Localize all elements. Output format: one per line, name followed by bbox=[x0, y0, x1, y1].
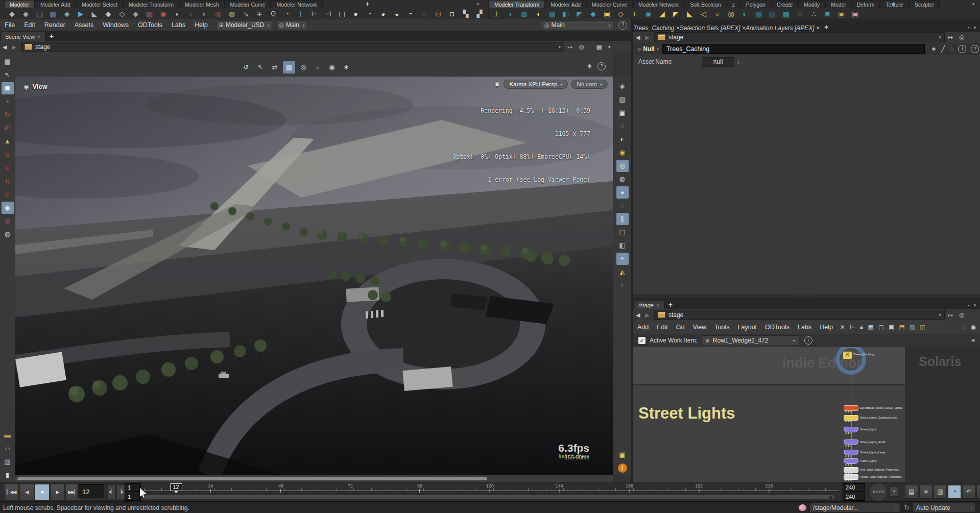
half-moon-tool-icon[interactable]: ◗ bbox=[170, 9, 184, 19]
ball-paint-tool-icon[interactable]: ◓ bbox=[404, 9, 418, 19]
grid-view-icon[interactable]: ▦ bbox=[868, 324, 873, 331]
context-path-selector[interactable]: /stage/Modular... ↕ bbox=[809, 503, 901, 512]
spinner-icon[interactable]: ↕ bbox=[302, 22, 305, 28]
shelf-tab[interactable]: z bbox=[726, 0, 740, 8]
range-slider[interactable]: ◀ bbox=[144, 495, 834, 499]
Traffic_Lights[interactable]: Traffic_Lights bbox=[844, 458, 858, 464]
network-path-field[interactable]: stage ▾ bbox=[654, 310, 945, 320]
shelf-tab[interactable]: Model bbox=[825, 0, 851, 8]
blob-tool-icon[interactable]: ◗ bbox=[504, 9, 517, 19]
shelf-tab[interactable]: Sculpter bbox=[909, 0, 940, 8]
auto-key-menu-icon[interactable]: ▾ bbox=[890, 486, 899, 497]
play-button[interactable]: ▶ bbox=[50, 484, 65, 500]
snapshot-layers-icon[interactable]: ▥ bbox=[2, 456, 14, 468]
network-menu-item[interactable]: Go bbox=[672, 324, 689, 331]
network-menu-item[interactable]: Layout bbox=[734, 324, 761, 331]
snap-grid-icon[interactable]: ∪ bbox=[2, 149, 14, 161]
pane-maximize-icon[interactable]: ▪ bbox=[968, 25, 969, 30]
multi-axis-icon[interactable]: ▲ bbox=[2, 135, 14, 148]
translate-handle-icon[interactable]: + bbox=[2, 95, 14, 108]
shelf-tab[interactable]: Modeler Network bbox=[633, 0, 684, 8]
add-pane-tab-button[interactable]: + bbox=[45, 32, 58, 41]
tools-wrench-icon[interactable]: ✕ bbox=[840, 324, 845, 331]
add-pane-tab-button[interactable]: + bbox=[820, 23, 833, 32]
link-target-icon[interactable]: ◎ bbox=[956, 34, 967, 41]
menu-item[interactable]: Assets bbox=[70, 21, 99, 29]
menu-item[interactable]: Labs bbox=[167, 21, 190, 29]
inactive-circle-icon[interactable]: ◒ bbox=[312, 61, 324, 74]
menu-item[interactable]: Render bbox=[40, 21, 70, 29]
desktop-selector[interactable]: ⊞ Modeler_USD ↕ bbox=[217, 20, 273, 30]
frame-yellow-tool-icon[interactable]: ▣ bbox=[600, 9, 614, 19]
range-start-field[interactable]: 1 bbox=[125, 483, 141, 492]
axis-tool-icon[interactable]: ⊥ bbox=[490, 9, 504, 19]
dark-material-icon[interactable]: ● bbox=[616, 279, 629, 291]
menu-item[interactable]: Windows bbox=[98, 21, 133, 29]
forward-button[interactable]: ▶ bbox=[642, 312, 652, 319]
step-forward-button[interactable]: ▕▸ bbox=[116, 484, 125, 499]
parameters-path-field[interactable]: stage ▾ bbox=[654, 32, 945, 42]
add-shelf-tab-button[interactable]: + bbox=[887, 0, 899, 8]
snap-point-icon[interactable]: ∪ bbox=[2, 175, 14, 187]
shelf-tab[interactable]: Modeler Curve bbox=[225, 0, 271, 8]
close-tab-icon[interactable]: × bbox=[816, 25, 820, 32]
viewport-grab-icon[interactable]: ▣ bbox=[616, 449, 629, 461]
layout-grid-icon[interactable]: ▦ bbox=[593, 43, 605, 51]
play-reverse-button[interactable]: ◀ bbox=[19, 484, 34, 500]
move-plus-tool-icon[interactable]: + bbox=[628, 9, 641, 19]
update-mode-selector[interactable]: Auto Update ↕ bbox=[913, 503, 976, 512]
handles-icon[interactable]: ▦ bbox=[283, 61, 295, 74]
network-menu-item[interactable]: Add bbox=[633, 324, 653, 331]
loop-mode-button[interactable]: ↶ bbox=[962, 485, 975, 499]
search-icon[interactable]: ◌ bbox=[950, 45, 954, 53]
snapshot-icon[interactable]: ▣ bbox=[889, 324, 894, 331]
shelf-tab[interactable]: Soft Boolean bbox=[684, 0, 726, 8]
auto-key-button[interactable]: AUTO bbox=[869, 483, 888, 501]
stop-button[interactable]: ■ bbox=[35, 484, 50, 500]
lock-view-icon[interactable]: ▣ bbox=[616, 107, 629, 119]
shelf-overflow-icon[interactable]: ▼ bbox=[968, 1, 978, 8]
grid2-tool-icon[interactable]: ▦ bbox=[766, 9, 779, 19]
bend-tool-icon[interactable]: ◖ bbox=[531, 9, 545, 19]
back-button[interactable]: ◀ bbox=[633, 312, 642, 319]
background-image-icon[interactable]: ▧ bbox=[910, 324, 915, 331]
display-spheres-icon[interactable]: ◓ bbox=[616, 253, 629, 265]
back-button[interactable]: ◀ bbox=[0, 44, 9, 51]
pane-menu-icon[interactable]: ▾ bbox=[973, 303, 976, 308]
add-pane-tab-button[interactable]: + bbox=[664, 301, 677, 309]
add-shelf-tab-button[interactable]: + bbox=[362, 0, 374, 8]
network-menu-item[interactable]: Labs bbox=[794, 324, 816, 331]
menu-item[interactable]: Help bbox=[190, 21, 212, 29]
red-dot-tool-icon[interactable]: ◉ bbox=[156, 9, 170, 19]
scene-path-field[interactable]: stage ▾ bbox=[21, 42, 564, 52]
active-work-item-selector[interactable]: Row1_Wedge2_472 ▾ bbox=[702, 335, 799, 346]
rotate-handle-icon[interactable]: ↻ bbox=[2, 109, 14, 121]
arrow-se-tool-icon[interactable]: ↘ bbox=[239, 9, 253, 19]
triangle-outline-tool-icon[interactable]: ◁ bbox=[697, 9, 710, 19]
brush-icon[interactable]: ╱ bbox=[941, 45, 945, 53]
sphere-half-tool-icon[interactable]: ◐ bbox=[198, 9, 211, 19]
link-target-icon[interactable]: ◎ bbox=[956, 311, 967, 319]
task-list-icon[interactable]: ≡ bbox=[971, 337, 980, 344]
ellipse-tool-icon[interactable]: ● bbox=[349, 9, 363, 19]
thumb-view-icon[interactable]: ▢ bbox=[878, 324, 884, 331]
back-button[interactable]: ◀ bbox=[633, 34, 642, 41]
snap-curve-icon[interactable]: ∪ bbox=[2, 162, 14, 174]
add-light-icon[interactable]: ◎ bbox=[616, 160, 629, 172]
shelf-tab[interactable]: Polygon bbox=[740, 0, 771, 8]
shelf-tab[interactable]: Modeler Add bbox=[545, 0, 586, 8]
shelf-tab[interactable]: Modify bbox=[798, 0, 825, 8]
help-icon[interactable]: ? bbox=[971, 45, 979, 53]
ball-x-tool-icon[interactable]: ◕ bbox=[376, 9, 390, 19]
playback-range-button[interactable]: ▥ bbox=[934, 485, 947, 499]
dashed-circle-tool-icon[interactable]: ◌ bbox=[793, 9, 807, 19]
play-tool-icon[interactable]: ▶ bbox=[74, 9, 88, 19]
network-box-title[interactable]: Street Lights bbox=[638, 404, 735, 423]
cube-teal-tool-icon[interactable]: ◆ bbox=[586, 9, 600, 19]
cache-options-button[interactable]: ▤ bbox=[905, 485, 918, 499]
Street_Lights_Small[interactable]: Street_Lights_Small bbox=[844, 439, 858, 445]
help-button[interactable]: ? bbox=[618, 21, 627, 30]
circle-slash-tool-icon[interactable]: ◎ bbox=[724, 9, 738, 19]
tree-view-icon[interactable]: ⊢ bbox=[850, 324, 855, 331]
overview-icon[interactable]: ◉ bbox=[971, 324, 976, 331]
